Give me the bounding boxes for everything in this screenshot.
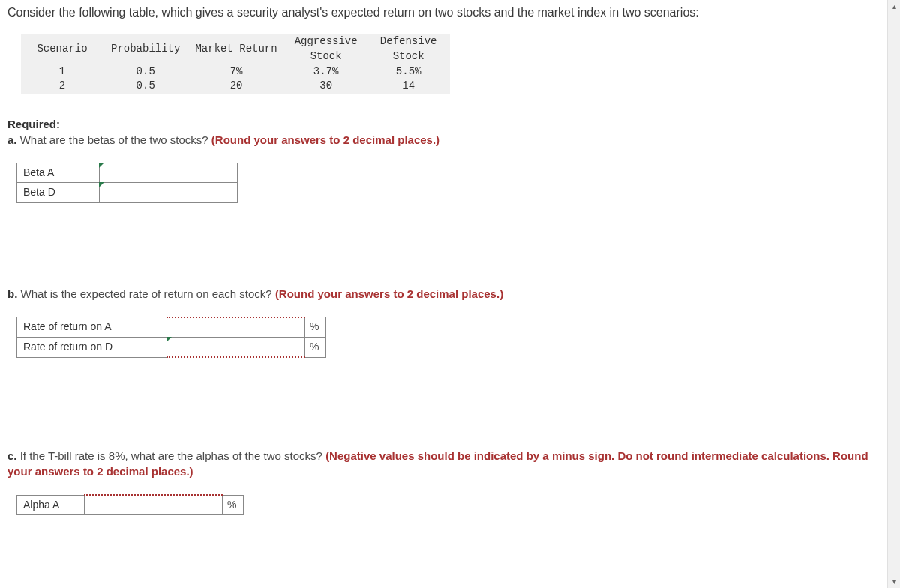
header-market-return: Market Return: [188, 34, 284, 64]
input-marker-icon: [166, 337, 172, 342]
table-row: 2 0.5 20 30 14: [21, 79, 450, 94]
return-a-label: Rate of return on A: [17, 317, 167, 338]
beta-d-input[interactable]: [100, 185, 237, 200]
header-defensive-bottom: Stock: [368, 50, 450, 64]
question-c: c. If the T-bill rate is 8%, what are th…: [8, 448, 892, 479]
question-a-text: What are the betas of the two stocks?: [17, 134, 212, 146]
return-d-label: Rate of return on D: [17, 338, 167, 358]
return-d-input[interactable]: [167, 339, 304, 354]
vertical-scrollbar[interactable]: ▴ ▾: [887, 0, 900, 530]
answer-table-a: Beta A Beta D: [16, 163, 238, 203]
return-d-unit: %: [305, 338, 326, 358]
question-b-text: What is the expected rate of return on e…: [17, 287, 275, 300]
intro-text: Consider the following table, which give…: [8, 4, 892, 21]
required-label: Required:: [8, 116, 892, 132]
header-defensive-top: Defensive: [368, 34, 450, 50]
input-marker-icon: [99, 163, 104, 168]
question-b-hint: (Round your answers to 2 decimal places.…: [275, 287, 503, 300]
input-marker-icon: [99, 182, 104, 188]
answer-table-c: Alpha A %: [16, 494, 244, 515]
answer-table-b: Rate of return on A % Rate of return on …: [16, 316, 326, 358]
alpha-a-unit: %: [223, 495, 244, 515]
table-row: 1 0.5 7% 3.7% 5.5%: [21, 64, 450, 80]
beta-a-label: Beta A: [17, 163, 100, 183]
header-aggressive-top: Aggressive: [285, 34, 368, 50]
question-b: b. What is the expected rate of return o…: [8, 286, 892, 302]
question-a-hint: (Round your answers to 2 decimal places.…: [212, 134, 440, 146]
alpha-a-input[interactable]: [85, 497, 222, 512]
scenario-data-table: Scenario Probability Market Return Aggre…: [21, 34, 450, 93]
beta-d-label: Beta D: [17, 183, 100, 203]
beta-a-input[interactable]: [100, 165, 237, 180]
beta-a-input-cell[interactable]: [100, 163, 238, 183]
question-a-prefix: a.: [8, 134, 17, 146]
header-probability: Probability: [104, 34, 188, 64]
return-a-input-cell[interactable]: [167, 317, 305, 338]
question-c-text: If the T-bill rate is 8%, what are the a…: [17, 449, 326, 462]
scroll-up-arrow-icon[interactable]: ▴: [888, 0, 900, 13]
question-c-prefix: c.: [8, 449, 17, 462]
return-a-unit: %: [305, 317, 326, 338]
alpha-a-label: Alpha A: [17, 495, 85, 515]
header-aggressive-bottom: Stock: [285, 50, 368, 64]
beta-d-input-cell[interactable]: [100, 183, 238, 203]
alpha-a-input-cell[interactable]: [85, 495, 223, 515]
return-d-input-cell[interactable]: [167, 338, 305, 358]
question-a: a. What are the betas of the two stocks?…: [8, 132, 892, 148]
return-a-input[interactable]: [167, 320, 304, 334]
question-b-prefix: b.: [8, 287, 17, 300]
header-scenario: Scenario: [21, 34, 104, 64]
